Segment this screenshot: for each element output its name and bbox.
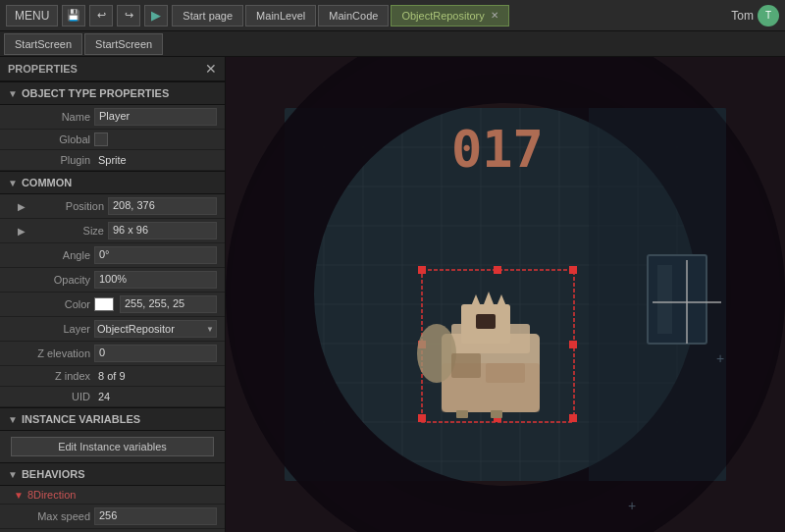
left-panel: PROPERTIES ✕ ▼ OBJECT TYPE PROPERTIES Na…	[0, 57, 226, 532]
canvas-area[interactable]: 017 + +	[226, 57, 785, 532]
zindex-value: 8 of 9	[94, 369, 130, 383]
svg-rect-48	[476, 314, 496, 329]
position-label: Position	[31, 200, 104, 212]
position-value[interactable]: 208, 376	[108, 197, 217, 215]
section-common[interactable]: ▼ COMMON	[0, 171, 225, 194]
svg-rect-27	[657, 265, 672, 334]
menu-button[interactable]: MENU	[6, 5, 58, 27]
panel-header: PROPERTIES ✕	[0, 57, 225, 81]
prop-plugin: Plugin Sprite	[0, 150, 225, 171]
svg-rect-40	[569, 341, 577, 348]
name-value[interactable]: Player	[94, 108, 217, 126]
prop-color: Color 255, 255, 25	[0, 293, 225, 317]
svg-rect-50	[456, 410, 468, 418]
game-scene: 017 + +	[226, 57, 785, 532]
size-value[interactable]: 96 x 96	[108, 222, 217, 239]
username: Tom	[731, 9, 754, 23]
svg-rect-35	[418, 414, 426, 422]
tab-mainlevel[interactable]: MainLevel	[245, 5, 316, 27]
plugin-value: Sprite	[94, 153, 131, 167]
section-title-instance: INSTANCE VARIABLES	[22, 413, 140, 425]
prop-uid: UID 24	[0, 387, 225, 407]
prop-global: Global	[0, 130, 225, 150]
color-label: Color	[12, 298, 90, 310]
global-label: Global	[12, 133, 90, 145]
zindex-label: Z index	[12, 370, 90, 382]
svg-rect-52	[451, 353, 481, 378]
section-arrow-object-type: ▼	[8, 88, 18, 99]
play-button[interactable]: ▶	[144, 5, 168, 27]
tab-objectrepository[interactable]: ObjectRepository ✕	[391, 5, 508, 27]
section-title-object-type: OBJECT TYPE PROPERTIES	[22, 87, 169, 99]
svg-rect-51	[491, 410, 502, 418]
tab-startscreen-1[interactable]: StartScreen	[4, 33, 82, 55]
section-object-type[interactable]: ▼ OBJECT TYPE PROPERTIES	[0, 81, 225, 105]
panel-close-icon[interactable]: ✕	[205, 61, 217, 77]
section-title-common: COMMON	[22, 177, 72, 188]
zelevation-value[interactable]: 0	[94, 345, 217, 362]
section-arrow-behaviors: ▼	[8, 469, 18, 480]
top-tab-bar: Start page MainLevel MainCode ObjectRepo…	[172, 5, 727, 27]
redo-button[interactable]: ↪	[117, 5, 140, 27]
angle-label: Angle	[12, 249, 90, 261]
position-expand-icon: ▶	[18, 201, 26, 212]
layer-select-arrow: ▼	[206, 325, 214, 334]
scene-svg: 017 + +	[226, 57, 785, 532]
close-tab-icon[interactable]: ✕	[491, 10, 498, 21]
svg-rect-36	[569, 414, 577, 422]
svg-rect-37	[494, 266, 501, 274]
second-tab-bar: StartScreen StartScreen	[0, 31, 785, 57]
behavior-expand-icon: ▼	[14, 490, 24, 501]
plugin-label: Plugin	[12, 154, 90, 166]
color-swatch[interactable]	[94, 297, 114, 311]
global-checkbox[interactable]	[94, 133, 108, 146]
svg-rect-53	[486, 363, 525, 383]
prop-angle: Angle 0°	[0, 243, 225, 268]
section-title-behaviors: BEHAVIORS	[22, 468, 85, 480]
opacity-value[interactable]: 100%	[94, 271, 217, 289]
maxspeed-value[interactable]: 256	[94, 507, 217, 525]
svg-rect-26	[648, 255, 706, 344]
prop-zelevation: Z elevation 0	[0, 342, 225, 366]
section-behaviors[interactable]: ▼ BEHAVIORS	[0, 462, 225, 486]
svg-text:017: 017	[451, 120, 544, 179]
uid-label: UID	[12, 391, 90, 402]
svg-rect-33	[418, 266, 426, 274]
behavior-8direction[interactable]: ▼ 8Direction	[0, 486, 225, 505]
section-arrow-common: ▼	[8, 178, 18, 188]
layer-label: Layer	[12, 323, 90, 335]
prop-name: Name Player	[0, 105, 225, 130]
svg-point-49	[417, 324, 456, 383]
angle-value[interactable]: 0°	[94, 246, 217, 264]
prop-size: ▶ Size 96 x 96	[0, 219, 225, 243]
size-label: Size	[31, 225, 104, 237]
layer-select[interactable]: ObjectRepositor ▼	[94, 320, 217, 338]
user-area: Tom T	[731, 5, 779, 27]
panel-title: PROPERTIES	[8, 63, 78, 75]
color-value[interactable]: 255, 255, 25	[120, 295, 217, 313]
prop-layer: Layer ObjectRepositor ▼	[0, 317, 225, 342]
opacity-label: Opacity	[12, 274, 90, 286]
section-instance-variables[interactable]: ▼ INSTANCE VARIABLES	[0, 407, 225, 431]
svg-rect-34	[569, 266, 577, 274]
zelevation-label: Z elevation	[12, 347, 90, 359]
main-content: PROPERTIES ✕ ▼ OBJECT TYPE PROPERTIES Na…	[0, 57, 785, 532]
size-expand-icon: ▶	[18, 226, 26, 237]
prop-maxspeed: Max speed 256	[0, 505, 225, 529]
user-avatar: T	[758, 5, 779, 27]
tab-startscreen-2[interactable]: StartScreen	[84, 33, 163, 55]
prop-opacity: Opacity 100%	[0, 268, 225, 293]
tab-startpage[interactable]: Start page	[172, 5, 243, 27]
save-button[interactable]: 💾	[62, 5, 85, 27]
svg-text:+: +	[716, 350, 724, 366]
top-bar: MENU 💾 ↩ ↪ ▶ Start page MainLevel MainCo…	[0, 0, 785, 31]
svg-text:+: +	[628, 498, 636, 513]
prop-position: ▶ Position 208, 376	[0, 194, 225, 219]
maxspeed-label: Max speed	[12, 510, 90, 522]
tab-maincode[interactable]: MainCode	[318, 5, 389, 27]
name-label: Name	[12, 111, 90, 123]
prop-zindex: Z index 8 of 9	[0, 366, 225, 387]
behavior-name: 8Direction	[27, 489, 77, 501]
edit-instance-variables-button[interactable]: Edit Instance variables	[11, 437, 213, 456]
undo-button[interactable]: ↩	[89, 5, 113, 27]
